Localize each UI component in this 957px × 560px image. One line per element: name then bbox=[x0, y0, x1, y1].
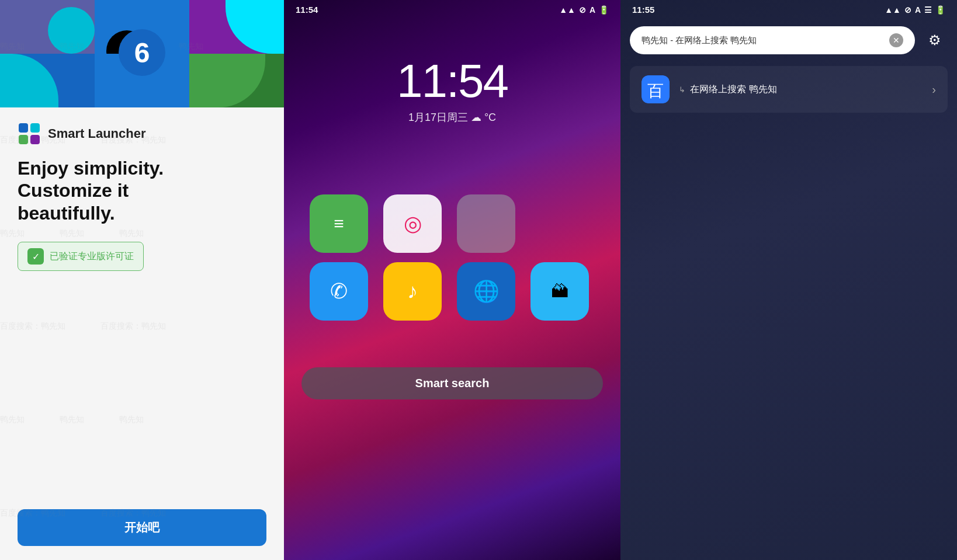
result-description: 在网络上搜索 鸭先知 bbox=[690, 84, 776, 94]
start-button[interactable]: 开始吧 bbox=[18, 509, 266, 546]
result-chevron-icon: › bbox=[932, 83, 936, 96]
svg-rect-0 bbox=[19, 123, 28, 133]
battery-icon: 🔋 bbox=[599, 5, 609, 15]
home-clock: 11:54 1月17日周三 ☁ °C bbox=[284, 54, 620, 124]
panel1-content: Smart Launcher Enjoy simplicity.Customiz… bbox=[0, 108, 284, 560]
tile-3 bbox=[189, 0, 284, 54]
notification-icon: ⊘ bbox=[579, 5, 586, 15]
camera-app-icon[interactable]: ◎ bbox=[383, 194, 442, 253]
verified-badge: ✓ 已验证专业版许可证 bbox=[18, 242, 144, 271]
search-clear-button[interactable]: ✕ bbox=[889, 33, 903, 47]
tile-4 bbox=[0, 54, 95, 107]
battery-icon-p3: 🔋 bbox=[935, 5, 945, 15]
brand-name: Smart Launcher bbox=[48, 126, 146, 141]
clock-date: 1月17日周三 ☁ °C bbox=[284, 110, 620, 124]
svg-rect-3 bbox=[30, 135, 40, 144]
clock-time: 11:54 bbox=[284, 54, 620, 108]
placeholder-app-icon[interactable] bbox=[457, 194, 515, 253]
notification-icon-p3: ⊘ bbox=[904, 5, 911, 15]
status-bar-panel2: 11:54 ▲▲ ⊘ A 🔋 bbox=[284, 0, 620, 19]
version-badge: 6 bbox=[119, 29, 165, 76]
status-time-panel3: 11:55 bbox=[632, 5, 654, 15]
status-time-panel2: 11:54 bbox=[296, 5, 318, 15]
phone-app-icon[interactable]: ✆ bbox=[310, 262, 368, 321]
notes-app-icon[interactable]: ≡ bbox=[310, 194, 368, 253]
app-icon-status: A bbox=[590, 5, 595, 15]
caption-icon-p3: ☰ bbox=[924, 5, 932, 15]
smart-search-bar[interactable]: Smart search bbox=[301, 367, 603, 399]
svg-text:百: 百 bbox=[647, 82, 664, 100]
smart-launcher-icon bbox=[18, 122, 41, 145]
panel-search-results: 11:55 ▲▲ ⊘ A ☰ 🔋 鸭先知 - 在网络上搜索 鸭先知 ✕ ⚙ 百 … bbox=[620, 0, 957, 560]
panel-home-screen: 11:54 ▲▲ ⊘ A 🔋 11:54 1月17日周三 ☁ °C ≡ ◎ ✆ … bbox=[284, 0, 620, 560]
app-grid: ≡ ◎ ✆ ♪ 🌐 🏔 bbox=[284, 194, 620, 321]
search-input-box[interactable]: 鸭先知 - 在网络上搜索 鸭先知 ✕ bbox=[630, 26, 915, 54]
browser-app-icon[interactable]: 🌐 bbox=[457, 262, 515, 321]
gallery-app-icon[interactable]: 🏔 bbox=[530, 262, 589, 321]
tagline: Enjoy simplicity.Customize itbeautifully… bbox=[18, 157, 266, 224]
status-icons-panel2: ▲▲ ⊘ A 🔋 bbox=[559, 5, 609, 15]
search-bar-container: 鸭先知 - 在网络上搜索 鸭先知 ✕ ⚙ bbox=[620, 19, 957, 61]
header-tiles: 6 bbox=[0, 0, 284, 108]
status-bar-panel3: 11:55 ▲▲ ⊘ A ☰ 🔋 bbox=[620, 0, 957, 19]
app-brand: Smart Launcher bbox=[18, 122, 266, 145]
tile-1 bbox=[0, 0, 95, 54]
search-word: search bbox=[448, 377, 489, 389]
svg-rect-1 bbox=[30, 123, 40, 133]
signal-icon-p3: ▲▲ bbox=[885, 5, 901, 15]
status-icons-panel3: ▲▲ ⊘ A ☰ 🔋 bbox=[885, 5, 945, 15]
settings-button[interactable]: ⚙ bbox=[922, 27, 948, 53]
baidu-icon: 百 bbox=[642, 75, 670, 103]
smart-word: Smart bbox=[415, 377, 449, 389]
check-icon: ✓ bbox=[27, 248, 44, 265]
search-input-text: 鸭先知 - 在网络上搜索 鸭先知 bbox=[642, 35, 757, 46]
signal-icon: ▲▲ bbox=[559, 5, 575, 15]
panel-smart-launcher: 6 鸭先知鸭先知鸭先知鸭先知 百度搜索：鸭先知百度搜索：鸭先知 鸭先知鸭先知鸭先… bbox=[0, 0, 284, 560]
tile-6 bbox=[189, 54, 284, 107]
redirect-arrow-icon: ↳ bbox=[679, 85, 685, 94]
music-app-icon[interactable]: ♪ bbox=[383, 262, 442, 321]
empty-slot bbox=[530, 194, 589, 253]
app-status-p3: A bbox=[915, 5, 921, 15]
result-text: ↳ 在网络上搜索 鸭先知 bbox=[679, 84, 923, 96]
search-result-item[interactable]: 百 ↳ 在网络上搜索 鸭先知 › bbox=[630, 66, 948, 113]
verified-text: 已验证专业版许可证 bbox=[50, 251, 134, 263]
svg-rect-2 bbox=[19, 135, 28, 144]
